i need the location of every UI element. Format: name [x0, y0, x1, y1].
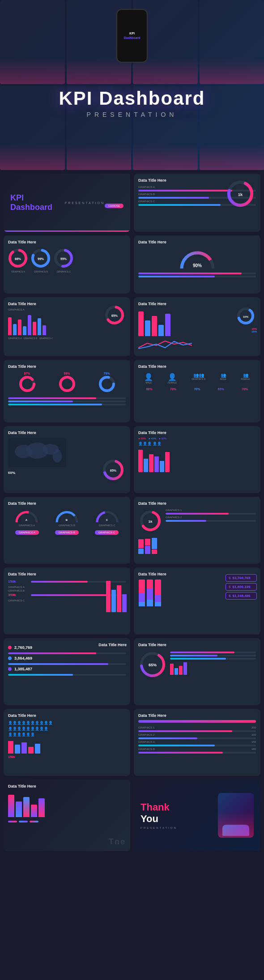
slide-card-donut-prog: Data Title Here 6 — [134, 638, 260, 705]
ig-bar-3 — [21, 742, 27, 754]
num-fill-1 — [31, 581, 88, 583]
people-pct-1: 88% — [146, 388, 153, 391]
dot-2 — [8, 656, 12, 660]
circle-chart-3: 55% — [54, 248, 74, 268]
stacked-2c — [147, 600, 153, 606]
slide-card-people: Data Title Here 👤 MALE 👤 FEMALE 👥👥 — [134, 360, 260, 422]
circle-chart-2: 99% — [31, 248, 51, 268]
large-donut-dp: 65% — [138, 650, 167, 679]
right-bar-2 — [111, 590, 116, 612]
map-donut: 65% — [101, 458, 126, 482]
pct-90-label: ● 90% — [159, 437, 166, 440]
people-pct-2: 70% — [170, 388, 176, 391]
bar-donut: 10% — [236, 306, 256, 326]
hb-graphics-1: GRAPHICS 1 — [138, 726, 163, 729]
hero-section: KPIDashboard KPI Dashboard PRESENTATION — [0, 0, 264, 170]
gauge-chart: 90% — [177, 248, 217, 271]
progress-fill-2 — [138, 197, 209, 199]
hb-prog-3 — [138, 745, 256, 746]
bc-graphics-1: GRAPHICS 1 — [166, 509, 256, 511]
dollar-badge-2: $ $1,800,339 — [226, 583, 257, 591]
kpi-subtitle: PRESENTATION — [65, 201, 105, 205]
hero-title: KPI Dashboard — [59, 88, 205, 109]
ig-bar-1 — [8, 741, 13, 754]
slide-row-2: Data Title Here 88% 99% — [4, 235, 260, 294]
bar-4 — [23, 326, 26, 335]
pct-79: 79% — [98, 372, 116, 375]
svg-text:A: A — [26, 519, 28, 521]
right-bar-4 — [122, 594, 127, 612]
progress-fill-1 — [138, 190, 232, 192]
tne-bar-4 — [31, 805, 37, 817]
pill-a[interactable]: GRAPHICS A — [15, 530, 39, 535]
mini-slide-8 — [200, 86, 264, 170]
mini-donut: 65% — [103, 304, 126, 326]
stack-bar-3b — [152, 550, 157, 554]
big-bar-5 — [165, 314, 170, 336]
graphics-c-sm: GRAPHICS C — [39, 337, 53, 340]
svg-text:1k: 1k — [238, 192, 243, 197]
donut-svg-1: 1k — [225, 178, 256, 209]
slide-row-10: Data Title Here Tne — [4, 780, 260, 851]
thankyou-subtitle: PRESENTATION — [141, 827, 177, 829]
lg-fill-2 — [8, 663, 108, 665]
row4-fill-1 — [8, 397, 96, 399]
gauge-label-1: GRAPHICS A — [14, 524, 39, 527]
circle-88 — [18, 375, 36, 393]
male-label: MALE — [144, 381, 153, 384]
dp-bar-1 — [170, 664, 174, 675]
svg-point-20 — [21, 377, 34, 391]
accent-bar — [4, 230, 130, 232]
slide-title-map: Data Title Here — [8, 430, 126, 435]
dp-bar-2 — [175, 668, 178, 675]
slide-card-bar-complex: Data Title Here 1k GRAPHICS 1 GRAPHICS 2 — [134, 497, 260, 564]
slide-row-8: 2,760,769 3,864,469 1,385,487 — [4, 638, 260, 705]
gauge-1: A — [14, 510, 39, 523]
pill-b[interactable]: GRAPHICS B — [55, 530, 79, 535]
bar-7 — [38, 318, 41, 335]
people-pct-5: 70% — [242, 388, 248, 391]
hb-fill-3 — [138, 745, 215, 746]
stack-bar-1a — [138, 539, 144, 548]
ig-150k: 150k — [8, 755, 126, 758]
female2-label: FEMALE — [241, 378, 250, 380]
vbar-1 — [138, 450, 143, 472]
slide-card-gauge: Data Title Here 90% — [134, 235, 260, 294]
dp-fill-3 — [170, 658, 226, 660]
svg-text:1k: 1k — [149, 520, 153, 524]
kpi-logo: KPI Dashboard — [10, 193, 65, 212]
slide-row-3: Data Title Here GRAPHICS A — [4, 297, 260, 356]
slide-row-4: Data Title Here 97% 99% — [4, 360, 260, 422]
complex-donut: 1k — [138, 509, 163, 533]
gauge-prog-2 — [138, 276, 256, 277]
stacked-2b — [147, 588, 153, 600]
stacked-1c — [139, 602, 145, 606]
pill-c[interactable]: GRAPHICS C — [95, 530, 119, 535]
slide-title-circles: Data Title Here — [8, 240, 126, 245]
hero-center: KPI Dashboard PRESENTATION — [59, 52, 205, 118]
bar-8 — [43, 325, 46, 335]
progress-fill-3 — [138, 204, 221, 206]
people-pct-4: 65% — [218, 388, 224, 391]
tne-bar-3 — [23, 797, 30, 817]
large-num-3: 1,385,487 — [14, 667, 32, 671]
gauge-fill-2 — [138, 276, 215, 277]
svg-text:65%: 65% — [110, 469, 117, 472]
gauge-prog-1 — [138, 273, 256, 274]
bc-graphics-2: GRAPHICS 2 — [166, 516, 256, 519]
svg-text:90%: 90% — [192, 263, 201, 268]
choose-button[interactable]: CHOOSE — [105, 204, 123, 208]
num-fill-2 — [31, 594, 107, 596]
slide-card-bars: Data Title Here GRAPHICS A — [4, 297, 130, 356]
car-silhouette — [222, 825, 249, 836]
slide-card-thankyou: Thank You PRESENTATION — [134, 780, 260, 851]
bar-3 — [18, 320, 21, 335]
slide-card-map: Data Title Here — [4, 426, 130, 493]
big-bar-1 — [138, 311, 144, 336]
vbar-3 — [149, 454, 153, 472]
svg-text:88%: 88% — [15, 257, 21, 260]
world-map-svg — [8, 438, 66, 467]
slide-title-gauge: Data Title Here — [138, 240, 256, 245]
hb-fill-2 — [138, 737, 197, 739]
slide-row-5: Data Title Here — [4, 426, 260, 493]
